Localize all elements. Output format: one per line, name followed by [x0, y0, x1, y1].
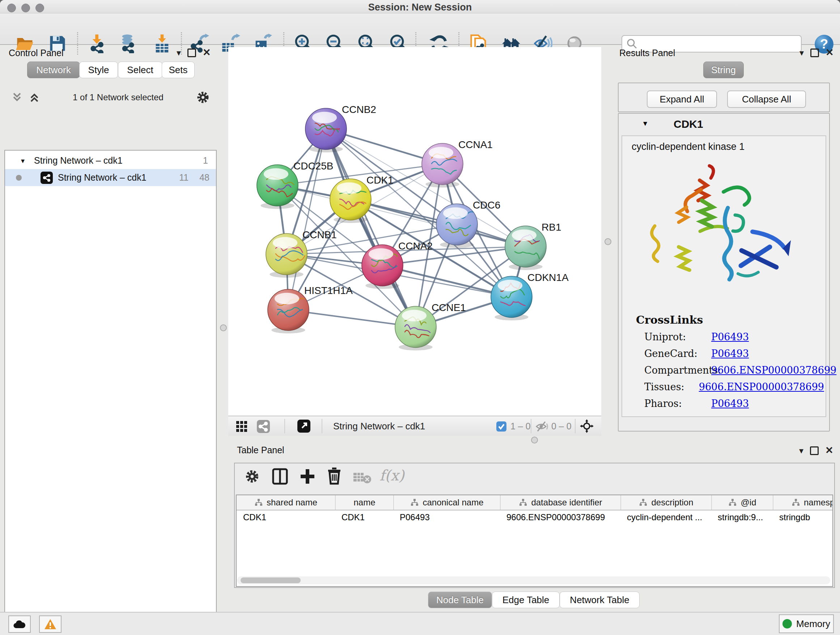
network-edge-count: 48	[199, 172, 210, 183]
crosslink-link[interactable]: P06493	[711, 348, 749, 359]
table-gear-icon[interactable]	[244, 469, 260, 485]
tab-sets[interactable]: Sets	[162, 62, 195, 78]
node-label: CCNB2	[342, 104, 376, 115]
toolbar-separator	[322, 419, 322, 433]
tab-style[interactable]: Style	[79, 62, 118, 78]
collapse-all-icon[interactable]	[11, 91, 23, 103]
column-header-database-identifier[interactable]: database identifier	[500, 495, 621, 510]
selected-checkbox-icon[interactable]	[496, 421, 507, 432]
network-node[interactable]	[257, 165, 298, 209]
gene-section-header[interactable]: ▾ CDK1	[619, 117, 829, 134]
title-bar: Session: New Session	[0, 0, 840, 13]
node-label: CDK1	[366, 174, 393, 186]
network-node[interactable]	[395, 306, 436, 350]
panel-float-icon[interactable]	[810, 49, 819, 57]
network-edge[interactable]	[326, 129, 416, 327]
tab-string[interactable]: String	[703, 62, 744, 78]
scrollbar-thumb[interactable]	[240, 578, 301, 583]
function-builder-icon: f(x)	[379, 467, 404, 484]
show-columns-icon[interactable]	[272, 468, 288, 485]
memory-button[interactable]: Memory	[779, 614, 834, 633]
crosslinks-block: CrossLinks Uniprot:P06493GeneCard:P06493…	[636, 314, 824, 412]
panel-close-icon[interactable]: ✕	[826, 48, 834, 57]
crosslink-link[interactable]: 9606.ENSP00000378699	[711, 364, 836, 376]
column-header-name[interactable]: name	[335, 495, 393, 510]
network-node[interactable]	[266, 233, 307, 278]
cloud-button[interactable]	[8, 616, 31, 633]
network-node[interactable]	[362, 245, 403, 289]
column-header-description[interactable]: description	[621, 495, 711, 510]
open-in-window-icon[interactable]	[297, 419, 311, 433]
panel-menu-icon[interactable]: ▾	[799, 447, 804, 455]
table-container: f(x) shared namenamecanonical namedataba…	[234, 463, 835, 588]
column-header-namespace[interactable]: namespace	[773, 495, 833, 510]
crosslink-link[interactable]: P06493	[711, 398, 749, 409]
network-node[interactable]	[422, 143, 463, 187]
node-table-grid: shared namenamecanonical namedatabase id…	[236, 494, 833, 587]
collection-count: 1	[203, 155, 208, 166]
crosslink-label: Compartments:	[644, 364, 711, 376]
panel-menu-icon[interactable]: ▾	[177, 49, 181, 57]
network-collection-row[interactable]: ▾ String Network – cdk1 1	[5, 152, 216, 169]
warning-button[interactable]	[39, 616, 62, 633]
tab-network[interactable]: Network	[27, 62, 80, 78]
crosslink-row: GeneCard:P06493	[644, 345, 824, 362]
network-node[interactable]	[505, 226, 546, 270]
current-network-name: String Network – cdk1	[333, 421, 425, 432]
shared-column-icon	[519, 499, 527, 507]
expand-all-icon[interactable]	[28, 91, 41, 103]
panel-close-icon[interactable]: ✕	[202, 48, 211, 57]
birds-eye-view-icon[interactable]	[235, 420, 248, 432]
tab-select[interactable]: Select	[118, 62, 163, 78]
left-splitter-handle[interactable]	[220, 325, 227, 331]
table-cell[interactable]: 9606.ENSP00000378699	[500, 510, 621, 524]
collection-expander-icon[interactable]: ▾	[21, 157, 25, 165]
table-tabs: Node TableEdge TableNetwork Table	[228, 592, 840, 608]
tab-node-table[interactable]: Node Table	[428, 592, 492, 608]
collapse-all-button[interactable]: Collapse All	[727, 90, 806, 108]
section-expander-icon[interactable]: ▾	[643, 119, 647, 128]
column-header-shared-name[interactable]: shared name	[237, 495, 335, 510]
create-column-icon[interactable]	[299, 468, 316, 485]
tab-edge-table[interactable]: Edge Table	[492, 592, 560, 608]
network-canvas[interactable]: CCNB2CCNA1CDC25BCDK1CDC6RB1CCNB1CCNA2CDK…	[228, 47, 601, 416]
network-row[interactable]: String Network – cdk1 11 48	[5, 169, 216, 186]
delete-column-icon[interactable]	[326, 467, 343, 485]
panel-close-icon[interactable]: ✕	[825, 446, 834, 455]
right-splitter-handle[interactable]	[605, 238, 611, 245]
table-cell[interactable]: stringdb:9...	[711, 510, 773, 524]
panel-menu-icon[interactable]: ▾	[799, 49, 804, 57]
collection-name: String Network – cdk1	[34, 155, 123, 166]
expand-all-button[interactable]: Expand All	[647, 90, 717, 108]
toolbar-separator	[284, 419, 285, 433]
node-label: CCNE1	[431, 302, 466, 313]
network-node[interactable]	[268, 289, 309, 333]
table-cell[interactable]: CDK1	[237, 510, 335, 524]
fit-content-icon[interactable]	[580, 419, 594, 433]
crosslink-label: Tissues:	[644, 381, 699, 393]
network-edge[interactable]	[288, 129, 326, 310]
network-node[interactable]	[436, 204, 477, 248]
node-label: CCNA1	[458, 139, 493, 150]
table-cell[interactable]: P06493	[393, 510, 500, 524]
column-header-canonical-name[interactable]: canonical name	[393, 495, 500, 510]
table-row: CDK1CDK1P064939606.ENSP00000378699cyclin…	[237, 510, 832, 524]
crosslink-link[interactable]: 9606.ENSP00000378699	[699, 381, 824, 393]
status-bar: Memory	[0, 612, 840, 635]
panel-float-icon[interactable]	[810, 447, 819, 455]
crosslink-row: Tissues:9606.ENSP00000378699	[644, 378, 824, 395]
string-panel-icon[interactable]	[256, 420, 270, 433]
table-cell[interactable]: stringdb	[773, 510, 833, 524]
network-node[interactable]	[491, 276, 532, 320]
toolbar-separator	[531, 419, 531, 433]
results-actions-box: Expand All Collapse All	[618, 82, 830, 112]
tab-network-table[interactable]: Network Table	[560, 592, 639, 608]
panel-float-icon[interactable]	[187, 49, 196, 57]
table-cell[interactable]: CDK1	[335, 510, 393, 524]
table-cell[interactable]: cyclin-dependent ...	[621, 510, 711, 524]
hidden-eye-icon	[535, 421, 549, 432]
crosslink-link[interactable]: P06493	[711, 331, 749, 342]
gene-symbol: CDK1	[674, 118, 703, 130]
column-header--id[interactable]: @id	[711, 495, 773, 510]
gear-icon[interactable]	[196, 90, 210, 105]
